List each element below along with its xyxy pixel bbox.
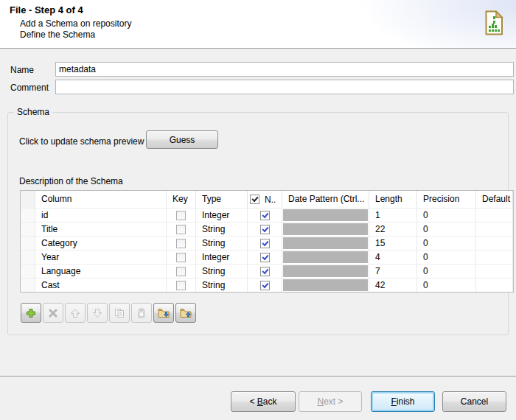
- row-selector-cell[interactable]: [21, 278, 35, 292]
- schema-file-icon: [483, 10, 505, 36]
- row-selector-cell[interactable]: [21, 250, 35, 264]
- remove-column-button[interactable]: [43, 303, 63, 323]
- export-schema-button[interactable]: [175, 303, 196, 323]
- nullable-checkbox[interactable]: [260, 239, 270, 248]
- next-button[interactable]: Next >: [299, 391, 362, 412]
- row-selector-cell[interactable]: [21, 264, 35, 278]
- name-input[interactable]: [55, 62, 514, 77]
- cell-date-pattern: [282, 222, 369, 236]
- cell-column[interactable]: id: [35, 208, 167, 222]
- key-checkbox[interactable]: [176, 211, 186, 220]
- date-pattern-disabled-fill: [283, 279, 368, 291]
- schema-table-body: id Integer 1 0 Title String: [21, 208, 513, 292]
- cell-type[interactable]: String: [196, 278, 248, 292]
- cell-key: [167, 222, 196, 236]
- cancel-button[interactable]: Cancel: [442, 391, 506, 412]
- folder-import-icon: [158, 308, 170, 318]
- cell-key: [167, 264, 196, 278]
- row-selector-cell[interactable]: [21, 208, 35, 222]
- copy-button[interactable]: [109, 303, 130, 323]
- row-selector-cell[interactable]: [21, 222, 35, 236]
- cell-default[interactable]: [476, 236, 513, 250]
- cell-type[interactable]: String: [196, 222, 248, 236]
- key-checkbox[interactable]: [176, 239, 186, 248]
- comment-input[interactable]: [55, 80, 514, 94]
- name-label: Name: [10, 65, 34, 75]
- comment-label: Comment: [10, 83, 49, 93]
- back-button[interactable]: < Back: [231, 391, 296, 412]
- key-checkbox[interactable]: [176, 225, 186, 234]
- add-column-button[interactable]: [21, 303, 41, 323]
- key-checkbox[interactable]: [176, 267, 186, 276]
- date-pattern-disabled-fill: [283, 209, 368, 221]
- table-row: Title String 22 0: [21, 222, 513, 236]
- table-row: Category String 15 0: [21, 236, 513, 250]
- nullable-checkbox[interactable]: [260, 253, 270, 262]
- header-column: Column: [35, 191, 167, 208]
- cell-type[interactable]: Integer: [196, 208, 248, 222]
- cell-default[interactable]: [476, 208, 513, 222]
- nullable-checkbox[interactable]: [260, 225, 270, 234]
- paste-button[interactable]: [131, 303, 152, 323]
- nullable-checkbox[interactable]: [260, 281, 270, 290]
- date-pattern-disabled-fill: [283, 265, 368, 277]
- header-default: Default: [476, 191, 513, 208]
- schema-group-legend: Schema: [14, 107, 52, 117]
- cell-nullable: [248, 278, 282, 292]
- nullable-checkbox[interactable]: [260, 267, 270, 276]
- cell-default[interactable]: [476, 264, 513, 278]
- import-schema-button[interactable]: [153, 303, 174, 323]
- header-precision: Precision: [417, 191, 476, 208]
- delete-x-icon: [49, 309, 57, 318]
- cell-length[interactable]: 22: [369, 222, 417, 236]
- move-up-button[interactable]: [65, 303, 86, 323]
- cell-precision[interactable]: 0: [417, 208, 476, 222]
- nullable-checkbox[interactable]: [260, 211, 270, 220]
- cell-nullable: [248, 222, 282, 236]
- header-nullable-checkbox[interactable]: [250, 195, 259, 204]
- cell-precision[interactable]: 0: [417, 222, 476, 236]
- cell-precision[interactable]: 0: [417, 264, 476, 278]
- cell-date-pattern: [282, 250, 369, 264]
- row-selector-cell[interactable]: [21, 236, 35, 250]
- cell-date-pattern: [282, 264, 369, 278]
- cell-length[interactable]: 42: [369, 278, 417, 292]
- wizard-dialog: File - Step 4 of 4 Add a Schema on repos…: [0, 0, 516, 420]
- key-checkbox[interactable]: [176, 281, 186, 290]
- cell-precision[interactable]: 0: [417, 250, 476, 264]
- cell-precision[interactable]: 0: [417, 236, 476, 250]
- cell-default[interactable]: [476, 222, 513, 236]
- finish-button[interactable]: Finish: [371, 391, 435, 412]
- cell-length[interactable]: 15: [369, 236, 417, 250]
- banner-subtitle-1: Add a Schema on repository: [20, 18, 131, 29]
- cell-column[interactable]: Category: [35, 236, 167, 250]
- page-title: File - Step 4 of 4: [10, 4, 83, 15]
- cell-column[interactable]: Title: [35, 222, 167, 236]
- cell-column[interactable]: Cast: [35, 278, 167, 292]
- wizard-banner: File - Step 4 of 4 Add a Schema on repos…: [0, 0, 516, 49]
- cell-type[interactable]: Integer: [196, 250, 248, 264]
- cell-default[interactable]: [476, 278, 513, 292]
- arrow-down-icon: [92, 308, 102, 318]
- key-checkbox[interactable]: [176, 253, 186, 262]
- table-row: Language String 7 0: [21, 264, 513, 278]
- cell-key: [167, 250, 196, 264]
- cell-length[interactable]: 7: [369, 264, 417, 278]
- cell-date-pattern: [282, 278, 369, 292]
- folder-export-icon: [180, 308, 192, 318]
- cell-default[interactable]: [476, 250, 513, 264]
- move-down-button[interactable]: [87, 303, 108, 323]
- cell-length[interactable]: 1: [369, 208, 417, 222]
- plus-icon: [26, 308, 36, 318]
- cell-key: [167, 236, 196, 250]
- cell-column[interactable]: Language: [35, 264, 167, 278]
- cell-length[interactable]: 4: [369, 250, 417, 264]
- cell-column[interactable]: Year: [35, 250, 167, 264]
- cell-date-pattern: [282, 208, 369, 222]
- cell-type[interactable]: String: [196, 236, 248, 250]
- cell-precision[interactable]: 0: [417, 278, 476, 292]
- cell-date-pattern: [282, 236, 369, 250]
- schema-table-header: Column Key Type N.. Date Pattern (Ctrl..…: [21, 191, 513, 208]
- cell-type[interactable]: String: [196, 264, 248, 278]
- guess-button[interactable]: Guess: [146, 130, 218, 149]
